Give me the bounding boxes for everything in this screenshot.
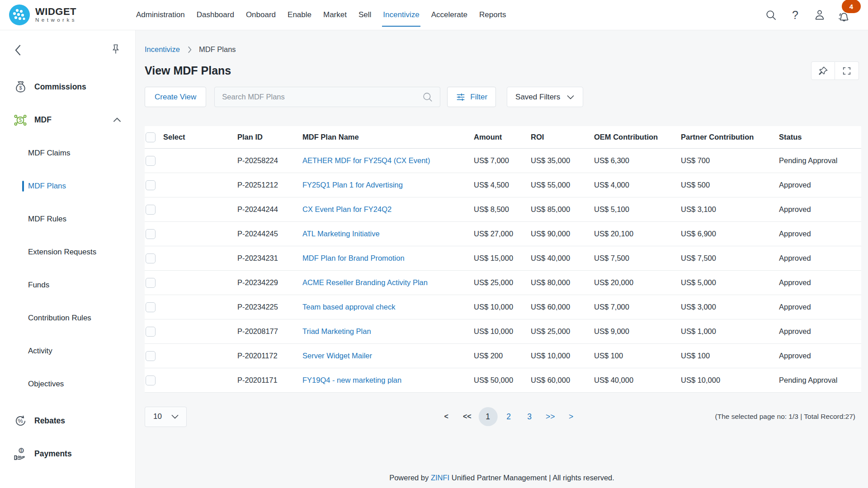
nav-item-sell[interactable]: Sell xyxy=(353,0,377,30)
prev-page-button[interactable]: < xyxy=(437,407,456,426)
status-cell: Approved xyxy=(779,278,861,287)
table-row: P-20244244CX Event Plan for FY24Q2US$ 8,… xyxy=(145,197,861,222)
page-size-select[interactable]: 10 xyxy=(145,407,187,427)
svg-text:$: $ xyxy=(19,85,22,90)
plan-name-link[interactable]: FY25Q1 Plan 1 for Advertising xyxy=(302,181,403,189)
breadcrumb-incentivize[interactable]: Incentivize xyxy=(145,45,180,54)
notifications-button[interactable]: 4 xyxy=(837,10,851,24)
sidebar-item-mdf[interactable]: $MDF xyxy=(0,103,135,136)
sidebar-subitem-label: MDF Claims xyxy=(28,149,71,158)
row-checkbox[interactable] xyxy=(146,302,156,312)
table-row: P-20201172Server Widget MailerUS$ 200US$… xyxy=(145,344,861,368)
row-checkbox[interactable] xyxy=(146,278,156,288)
column-header-amount: Amount xyxy=(474,133,531,141)
row-checkbox[interactable] xyxy=(146,253,156,263)
plan-name-link[interactable]: Triad Marketing Plan xyxy=(302,327,371,335)
breadcrumb: Incentivize MDF Plans xyxy=(145,45,861,54)
sidebar-item-rebates[interactable]: %Rebates xyxy=(0,404,135,437)
nav-item-dashboard[interactable]: Dashboard xyxy=(191,0,240,30)
logo-title: WIDGET xyxy=(35,7,77,17)
row-checkbox[interactable] xyxy=(146,156,156,166)
page-3-button[interactable]: 3 xyxy=(520,407,539,426)
search-icon xyxy=(765,9,777,21)
nav-item-reports[interactable]: Reports xyxy=(473,0,512,30)
roi-cell: US$ 85,000 xyxy=(531,205,594,214)
amount-cell: US$ 27,000 xyxy=(474,230,531,238)
partner-contribution-cell: US$ 700 xyxy=(681,156,779,165)
roi-cell: US$ 80,000 xyxy=(531,278,594,287)
column-header-status: Status xyxy=(779,133,861,141)
row-checkbox[interactable] xyxy=(146,180,156,190)
plan-id-cell: P-20234225 xyxy=(237,303,302,311)
amount-cell: US$ 15,000 xyxy=(474,254,531,263)
status-cell: Approved xyxy=(779,327,861,336)
plan-name-link[interactable]: ACME Reseller Branding Activity Plan xyxy=(302,278,428,286)
sidebar-item-mdf-claims[interactable]: MDF Claims xyxy=(0,136,135,169)
filter-button[interactable]: Filter xyxy=(447,87,496,107)
first-page-button[interactable]: << xyxy=(458,407,476,426)
oem-contribution-cell: US$ 20,100 xyxy=(594,230,681,238)
collapse-sidebar-button[interactable] xyxy=(12,42,25,58)
nav-item-onboard[interactable]: Onboard xyxy=(240,0,282,30)
sidebar-subitem-label: Extension Requests xyxy=(28,248,96,257)
saved-filters-dropdown[interactable]: Saved Filters xyxy=(507,87,583,107)
oem-contribution-cell: US$ 6,300 xyxy=(594,156,681,165)
plan-name-link[interactable]: FY19Q4 - new marketing plan xyxy=(302,376,401,384)
nav-item-incentivize[interactable]: Incentivize xyxy=(377,0,425,30)
roi-cell: US$ 60,000 xyxy=(531,376,594,385)
row-checkbox[interactable] xyxy=(146,327,156,337)
partner-contribution-cell: US$ 6,900 xyxy=(681,230,779,238)
page-1-button[interactable]: 1 xyxy=(478,407,497,426)
sidebar-item-commissions[interactable]: $Commissions xyxy=(0,70,135,103)
app-logo[interactable]: WIDGET Networks xyxy=(0,5,136,25)
sidebar-item-contribution-rules[interactable]: Contribution Rules xyxy=(0,301,135,334)
column-header-roi: ROI xyxy=(531,133,594,141)
row-checkbox[interactable] xyxy=(146,205,156,215)
user-button[interactable] xyxy=(813,8,826,22)
row-checkbox[interactable] xyxy=(146,229,156,239)
chevron-down-icon xyxy=(171,414,179,419)
sidebar-item-funds[interactable]: Funds xyxy=(0,268,135,301)
pin-sidebar-button[interactable] xyxy=(110,43,122,57)
help-button[interactable]: ? xyxy=(788,8,802,22)
sidebar-item-payments[interactable]: $Payments xyxy=(0,437,135,470)
status-cell: Approved xyxy=(779,205,861,214)
sidebar-item-mdf-rules[interactable]: MDF Rules xyxy=(0,202,135,235)
next-page-button[interactable]: > xyxy=(561,407,580,426)
amount-cell: US$ 25,000 xyxy=(474,278,531,287)
nav-item-enable[interactable]: Enable xyxy=(282,0,317,30)
zinfi-link[interactable]: ZINFI xyxy=(431,474,449,482)
sidebar-item-activity[interactable]: Activity xyxy=(0,334,135,367)
nav-item-market[interactable]: Market xyxy=(317,0,353,30)
row-checkbox[interactable] xyxy=(146,375,156,385)
search-input[interactable] xyxy=(222,93,422,101)
nav-item-accelerate[interactable]: Accelerate xyxy=(425,0,473,30)
row-checkbox[interactable] xyxy=(146,351,156,361)
sidebar-nav: $Commissions$MDFMDF ClaimsMDF PlansMDF R… xyxy=(0,61,135,470)
sidebar-item-mdf-plans[interactable]: MDF Plans xyxy=(0,169,135,202)
mdf-plans-table: SelectPlan IDMDF Plan NameAmountROIOEM C… xyxy=(145,126,861,393)
plan-id-cell: P-20251212 xyxy=(237,181,302,189)
plan-name-link[interactable]: Team based approval check xyxy=(302,303,395,311)
search-button[interactable] xyxy=(764,8,778,22)
plan-name-link[interactable]: AETHER MDF for FY25Q4 (CX Event) xyxy=(302,156,430,164)
page-2-button[interactable]: 2 xyxy=(499,407,518,426)
fullscreen-button[interactable] xyxy=(835,61,859,80)
expand-icon xyxy=(842,66,852,76)
oem-contribution-cell: US$ 20,000 xyxy=(594,278,681,287)
nav-item-administration[interactable]: Administration xyxy=(130,0,191,30)
plan-name-link[interactable]: CX Event Plan for FY24Q2 xyxy=(302,205,392,213)
plan-id-cell: P-20201171 xyxy=(237,376,302,385)
plan-name-link[interactable]: ATL Marketing Initiative xyxy=(302,230,380,238)
search-icon xyxy=(422,91,434,103)
sidebar-item-objectives[interactable]: Objectives xyxy=(0,367,135,400)
chevron-up-icon[interactable] xyxy=(113,117,122,123)
last-page-button[interactable]: >> xyxy=(541,407,560,426)
help-icon: ? xyxy=(792,9,798,22)
select-all-checkbox[interactable] xyxy=(146,132,156,142)
pin-view-button[interactable] xyxy=(811,61,835,80)
sidebar-item-extension-requests[interactable]: Extension Requests xyxy=(0,235,135,268)
plan-name-link[interactable]: Server Widget Mailer xyxy=(302,352,372,360)
create-view-button[interactable]: Create View xyxy=(145,87,206,107)
plan-name-link[interactable]: MDF Plan for Brand Promotion xyxy=(302,254,405,262)
